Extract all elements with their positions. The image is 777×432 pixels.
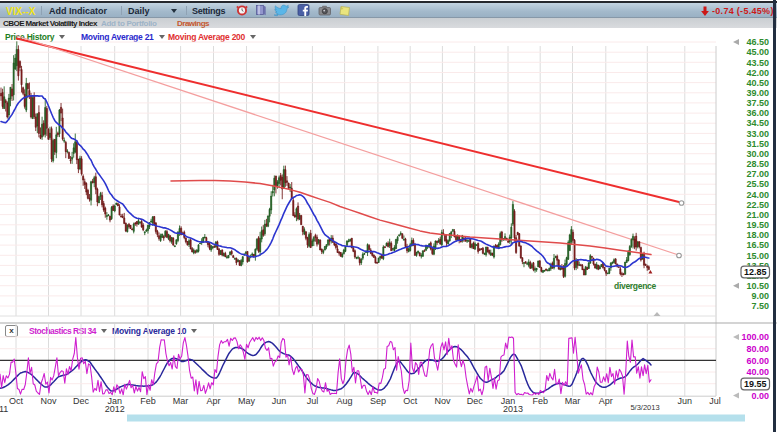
svg-text:Dec: Dec: [73, 396, 90, 406]
svg-text:Oct: Oct: [9, 396, 24, 406]
svg-text:Dec: Dec: [467, 396, 484, 406]
svg-text:Mar: Mar: [565, 396, 581, 406]
svg-text:Apr: Apr: [206, 396, 220, 406]
svg-text:2012: 2012: [105, 404, 125, 414]
svg-text:16.50: 16.50: [746, 240, 769, 250]
svg-text:39.00: 39.00: [746, 88, 769, 98]
svg-text:19.50: 19.50: [746, 220, 769, 230]
svg-text:18.00: 18.00: [746, 230, 769, 240]
svg-text:Sep: Sep: [370, 396, 386, 406]
svg-text:19.55: 19.55: [744, 379, 767, 389]
svg-text:Aug: Aug: [337, 396, 353, 406]
svg-text:60.00: 60.00: [746, 356, 769, 366]
svg-text:0.00: 0.00: [751, 391, 769, 401]
svg-text:Jun: Jun: [272, 396, 287, 406]
svg-text:37.50: 37.50: [746, 98, 769, 108]
svg-text:Jun: Jun: [678, 396, 693, 406]
svg-text:21.00: 21.00: [746, 210, 769, 220]
svg-text:12.85: 12.85: [744, 267, 767, 277]
svg-text:43.50: 43.50: [746, 58, 769, 68]
svg-text:7.50: 7.50: [751, 301, 769, 311]
svg-text:30.00: 30.00: [746, 149, 769, 159]
svg-text:34.50: 34.50: [746, 118, 769, 128]
svg-text:80.00: 80.00: [746, 344, 769, 354]
svg-text:40.50: 40.50: [746, 78, 769, 88]
svg-text:5/3/2013: 5/3/2013: [630, 403, 659, 412]
svg-text:Nov: Nov: [434, 396, 451, 406]
svg-text:28.50: 28.50: [746, 159, 769, 169]
svg-text:42.00: 42.00: [746, 68, 769, 78]
svg-text:36.00: 36.00: [746, 108, 769, 118]
svg-text:22.50: 22.50: [746, 200, 769, 210]
svg-text:May: May: [238, 396, 256, 406]
svg-text:25.50: 25.50: [746, 179, 769, 189]
svg-text:Apr: Apr: [599, 396, 613, 406]
svg-text:Mar: Mar: [173, 396, 189, 406]
svg-text:Feb: Feb: [532, 396, 548, 406]
svg-text:Jul: Jul: [709, 396, 721, 406]
svg-text:Nov: Nov: [40, 396, 57, 406]
svg-text:45.00: 45.00: [746, 47, 769, 57]
svg-text:10.50: 10.50: [746, 281, 769, 291]
svg-text:33.00: 33.00: [746, 129, 769, 139]
svg-text:divergence: divergence: [614, 281, 656, 291]
svg-text:11: 11: [0, 404, 8, 414]
svg-text:46.50: 46.50: [746, 37, 769, 47]
svg-text:Feb: Feb: [140, 396, 156, 406]
svg-text:100.00: 100.00: [741, 332, 769, 342]
svg-text:31.50: 31.50: [746, 139, 769, 149]
svg-text:27.00: 27.00: [746, 169, 769, 179]
svg-text:24.00: 24.00: [746, 190, 769, 200]
svg-text:Jul: Jul: [307, 396, 319, 406]
svg-text:2013: 2013: [503, 404, 523, 414]
svg-text:9.00: 9.00: [751, 291, 769, 301]
svg-text:15.00: 15.00: [746, 251, 769, 261]
svg-text:Oct: Oct: [403, 396, 418, 406]
svg-text:40.00: 40.00: [746, 367, 769, 377]
